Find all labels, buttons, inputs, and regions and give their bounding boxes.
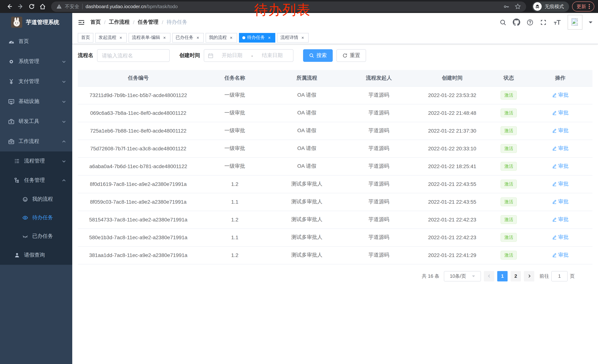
- page-button-1[interactable]: 1: [497, 271, 507, 281]
- sidebar-item-todo-tasks[interactable]: 待办任务: [0, 209, 72, 227]
- status-badge: 激活: [500, 215, 517, 224]
- chevron-down-icon: [61, 159, 66, 163]
- sidebar-collapse-button[interactable]: [78, 19, 85, 26]
- cell-actions: 审批: [528, 211, 592, 228]
- header-github-button[interactable]: [513, 18, 520, 26]
- page-size-select[interactable]: 10条/页: [444, 271, 481, 281]
- sidebar-item-task-management[interactable]: 任务管理: [0, 171, 72, 190]
- tab-label: 待办任务: [247, 34, 265, 41]
- browser-back-button[interactable]: [4, 1, 15, 12]
- browser-update-button[interactable]: 更新: [572, 1, 594, 11]
- github-icon: [513, 18, 520, 26]
- tab-label: 首页: [81, 34, 90, 41]
- page-button-2[interactable]: 2: [511, 271, 521, 281]
- sidebar-item-home[interactable]: 首页: [0, 32, 72, 51]
- tab-start-process[interactable]: 发起流程: [95, 33, 127, 42]
- eye-icon: [22, 215, 28, 221]
- tab-close-icon[interactable]: [162, 35, 167, 40]
- header-search-button[interactable]: [499, 19, 507, 26]
- browser-home-button[interactable]: [37, 1, 48, 12]
- bookmark-star-icon[interactable]: [515, 3, 521, 10]
- sidebar-item-infrastructure[interactable]: 基础设施: [0, 91, 72, 112]
- address-bar[interactable]: 不安全 dashboard.yudao.iocoder.cn/bpm/task/…: [51, 1, 526, 12]
- status-badge: 激活: [500, 251, 517, 259]
- approve-button[interactable]: 审批: [552, 92, 569, 98]
- next-page-button[interactable]: [524, 271, 534, 281]
- goto-unit-label: 页: [570, 273, 575, 279]
- refresh-icon: [342, 53, 348, 58]
- browser-reload-button[interactable]: [26, 1, 37, 12]
- header-fullscreen-button[interactable]: [540, 19, 547, 26]
- cell-status: 激活: [490, 193, 528, 211]
- sidebar-item-system[interactable]: 系统管理: [0, 51, 72, 72]
- sidebar-item-label: 待办任务: [32, 214, 53, 221]
- tab-close-icon[interactable]: [195, 35, 200, 40]
- approve-button[interactable]: 审批: [552, 198, 569, 205]
- breadcrumb-task-management[interactable]: 任务管理: [138, 19, 158, 25]
- sidebar-item-payment[interactable]: 支付管理: [0, 72, 72, 91]
- page-content: 流程名 创建时间 开始日期 - 结束日期 搜索 重: [72, 44, 598, 364]
- tab-close-icon[interactable]: [118, 35, 123, 40]
- header-font-size-button[interactable]: [553, 19, 561, 26]
- app-logo[interactable]: 芋道管理系统: [0, 13, 72, 32]
- home-icon: [39, 3, 46, 10]
- sidebar-item-label: 已办任务: [32, 233, 53, 240]
- tab-label: 流程详情: [281, 34, 298, 41]
- cell-created: 2022-01-21 22:42:23: [415, 211, 490, 228]
- incognito-label: 无痕模式: [545, 3, 564, 10]
- reset-button[interactable]: 重置: [336, 49, 366, 62]
- tab-close-icon[interactable]: [300, 35, 305, 40]
- process-name-input[interactable]: [97, 49, 170, 62]
- gear-icon: [8, 58, 15, 65]
- approve-button[interactable]: 审批: [552, 163, 569, 170]
- cell-actions: 审批: [528, 193, 592, 211]
- sidebar-item-my-process[interactable]: 我的流程: [0, 190, 72, 209]
- browser-chrome: 不安全 dashboard.yudao.iocoder.cn/bpm/task/…: [0, 0, 598, 13]
- approve-button[interactable]: 审批: [552, 145, 569, 152]
- sidebar-item-process-management[interactable]: 流程管理: [0, 152, 72, 171]
- prev-page-button[interactable]: [484, 271, 494, 281]
- cell-actions: 审批: [528, 104, 592, 122]
- approve-label: 审批: [558, 234, 569, 241]
- edit-pen-icon: [552, 217, 557, 222]
- tab-todo-tasks[interactable]: 待办任务: [239, 33, 275, 42]
- cell-status: 激活: [490, 246, 528, 264]
- tab-process-detail[interactable]: 流程详情: [277, 33, 309, 42]
- tab-my-process[interactable]: 我的流程: [206, 33, 237, 42]
- sidebar-item-leave-query[interactable]: 请假查询: [0, 245, 72, 265]
- sidebar-item-dev-tools[interactable]: 研发工具: [0, 112, 72, 131]
- breadcrumb-workflow[interactable]: 工作流程: [109, 19, 130, 25]
- approve-button[interactable]: 审批: [552, 252, 569, 259]
- approve-button[interactable]: 审批: [552, 234, 569, 241]
- goto-page-input[interactable]: [551, 271, 568, 281]
- approve-button[interactable]: 审批: [552, 181, 569, 187]
- tab-home[interactable]: 首页: [78, 33, 93, 42]
- user-avatar[interactable]: [568, 15, 582, 30]
- tab-process-form-edit[interactable]: 流程表单-编辑: [129, 33, 170, 42]
- tab-close-icon[interactable]: [229, 35, 234, 40]
- browser-menu-icon[interactable]: [589, 4, 590, 9]
- avatar-dropdown-caret[interactable]: [589, 22, 592, 25]
- breadcrumb-home[interactable]: 首页: [91, 19, 101, 25]
- date-range-picker[interactable]: 开始日期 - 结束日期: [204, 49, 293, 62]
- cell-starter: 芋道源码: [343, 157, 415, 175]
- status-badge: 激活: [500, 144, 517, 153]
- search-button[interactable]: 搜索: [303, 49, 333, 62]
- cell-created: 2022-01-22 20:33:10: [415, 140, 490, 157]
- browser-forward-button[interactable]: [15, 1, 26, 12]
- logo-avatar: [11, 17, 22, 28]
- tab-done-tasks[interactable]: 已办任务: [172, 33, 204, 42]
- approve-button[interactable]: 审批: [552, 216, 569, 223]
- approve-button[interactable]: 审批: [552, 110, 569, 116]
- tab-close-icon[interactable]: [267, 35, 272, 40]
- status-badge: 激活: [500, 180, 517, 188]
- approve-button[interactable]: 审批: [552, 127, 569, 134]
- sidebar-item-workflow[interactable]: 工作流程: [0, 131, 72, 152]
- password-key-icon[interactable]: [504, 4, 509, 9]
- tab-label: 已办任务: [176, 34, 193, 41]
- sidebar-item-done-tasks[interactable]: 已办任务: [0, 227, 72, 245]
- tree-icon: [14, 177, 20, 183]
- header-help-button[interactable]: [526, 19, 533, 26]
- cell-task-name: 一级审批: [199, 140, 271, 157]
- col-task-id: 任务编号: [78, 70, 199, 86]
